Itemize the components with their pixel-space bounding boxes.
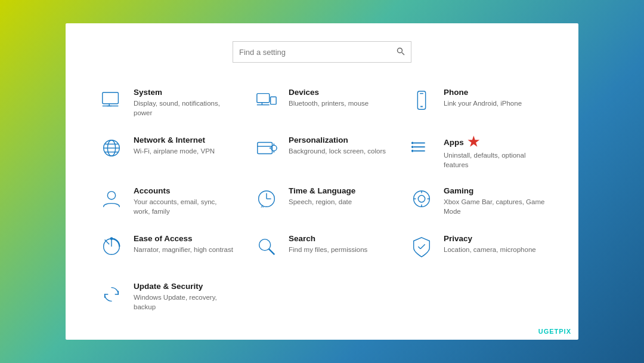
svg-point-36 — [418, 195, 425, 202]
item-title-search: Search — [289, 234, 367, 243]
apps-icon — [409, 136, 434, 161]
settings-item-search[interactable]: Search Find my files, permissions — [244, 226, 400, 273]
update-icon — [99, 282, 124, 307]
item-title-time: Time & Language — [289, 186, 355, 195]
svg-rect-2 — [103, 93, 119, 104]
item-desc-personalization: Background, lock screen, colors — [289, 146, 386, 156]
settings-item-devices[interactable]: Devices Bluetooth, printers, mouse — [244, 79, 400, 127]
item-desc-system: Display, sound, notifications, power — [134, 99, 235, 118]
settings-item-apps[interactable]: Apps★ Uninstall, defaults, optional feat… — [400, 127, 555, 178]
item-desc-gaming: Xbox Game Bar, captures, Game Mode — [444, 197, 545, 216]
item-text-devices: Devices Bluetooth, printers, mouse — [289, 88, 369, 108]
settings-item-accounts[interactable]: Accounts Your accounts, email, sync, wor… — [89, 178, 244, 226]
item-desc-search: Find my files, permissions — [289, 245, 367, 254]
item-title-privacy: Privacy — [444, 234, 536, 243]
svg-text:A: A — [261, 204, 264, 208]
item-desc-update: Windows Update, recovery, backup — [134, 293, 235, 312]
svg-point-0 — [398, 48, 402, 53]
item-desc-apps: Uninstall, defaults, optional features — [444, 150, 545, 170]
settings-item-system[interactable]: System Display, sound, notifications, po… — [89, 79, 244, 127]
svg-line-45 — [418, 247, 420, 249]
settings-item-phone[interactable]: Phone Link your Android, iPhone — [400, 79, 555, 127]
settings-item-ease[interactable]: Ease of Access Narrator, magnifier, high… — [89, 226, 244, 273]
system-icon — [99, 88, 124, 113]
settings-item-privacy[interactable]: Privacy Location, camera, microphone — [400, 226, 555, 273]
item-title-personalization: Personalization — [289, 136, 386, 144]
accounts-icon — [99, 186, 124, 211]
item-text-accounts: Accounts Your accounts, email, sync, wor… — [134, 186, 235, 216]
search-icon — [397, 47, 405, 57]
item-text-apps: Apps★ Uninstall, defaults, optional feat… — [444, 136, 545, 170]
item-desc-network: Wi-Fi, airplane mode, VPN — [134, 146, 215, 156]
svg-point-27 — [411, 142, 414, 144]
item-text-personalization: Personalization Background, lock screen,… — [289, 136, 386, 156]
svg-point-43 — [259, 239, 271, 251]
item-desc-phone: Link your Android, iPhone — [444, 99, 522, 108]
item-text-ease: Ease of Access Narrator, magnifier, high… — [134, 234, 233, 254]
gaming-icon — [409, 186, 434, 211]
time-icon: A — [254, 186, 279, 211]
settings-item-time[interactable]: A Time & Language Speech, region, date — [244, 178, 400, 226]
devices-icon — [254, 88, 279, 113]
item-text-phone: Phone Link your Android, iPhone — [444, 88, 522, 108]
item-title-gaming: Gaming — [444, 186, 545, 195]
phone-icon — [409, 88, 434, 113]
settings-item-network[interactable]: Network & Internet Wi-Fi, airplane mode,… — [89, 127, 244, 178]
settings-item-personalization[interactable]: Personalization Background, lock screen,… — [244, 127, 400, 178]
svg-point-30 — [107, 192, 115, 199]
search-input[interactable] — [239, 48, 397, 57]
privacy-icon — [409, 234, 434, 259]
item-title-system: System — [134, 88, 235, 97]
item-desc-time: Speech, region, date — [289, 197, 355, 207]
item-desc-devices: Bluetooth, printers, mouse — [289, 99, 369, 108]
search-icon — [254, 234, 279, 259]
item-text-search: Search Find my files, permissions — [289, 234, 367, 254]
settings-item-gaming[interactable]: Gaming Xbox Game Bar, captures, Game Mod… — [400, 178, 555, 226]
svg-point-35 — [414, 191, 430, 207]
item-text-network: Network & Internet Wi-Fi, airplane mode,… — [134, 136, 215, 156]
item-text-time: Time & Language Speech, region, date — [289, 186, 355, 207]
svg-point-29 — [411, 150, 414, 152]
personalization-icon — [254, 136, 279, 161]
settings-item-update[interactable]: Update & Security Windows Update, recove… — [89, 273, 244, 321]
network-icon — [99, 136, 124, 161]
item-title-devices: Devices — [289, 88, 369, 97]
item-title-apps: Apps★ — [444, 136, 545, 149]
item-title-phone: Phone — [444, 88, 522, 97]
item-title-ease: Ease of Access — [134, 234, 233, 243]
svg-line-46 — [420, 244, 425, 249]
ease-icon — [99, 234, 124, 259]
search-bar-wrapper — [89, 41, 555, 63]
svg-point-28 — [411, 146, 414, 148]
svg-rect-7 — [271, 97, 277, 104]
item-desc-privacy: Location, camera, microphone — [444, 245, 536, 254]
svg-rect-6 — [257, 94, 270, 103]
item-desc-ease: Narrator, magnifier, high contrast — [134, 245, 233, 254]
item-text-gaming: Gaming Xbox Game Bar, captures, Game Mod… — [444, 186, 545, 216]
watermark-label: UGETPIX — [538, 328, 571, 335]
search-bar[interactable] — [233, 41, 411, 63]
item-title-network: Network & Internet — [134, 136, 215, 144]
item-title-update: Update & Security — [134, 282, 235, 291]
item-title-accounts: Accounts — [134, 186, 235, 195]
item-desc-accounts: Your accounts, email, sync, work, family — [134, 197, 235, 216]
item-text-system: System Display, sound, notifications, po… — [134, 88, 235, 118]
svg-line-1 — [402, 53, 404, 55]
svg-line-44 — [269, 249, 275, 255]
settings-window: System Display, sound, notifications, po… — [66, 23, 578, 340]
star-icon: ★ — [467, 136, 479, 149]
item-text-privacy: Privacy Location, camera, microphone — [444, 234, 536, 254]
item-text-update: Update & Security Windows Update, recove… — [134, 282, 235, 312]
settings-grid: System Display, sound, notifications, po… — [89, 79, 555, 321]
